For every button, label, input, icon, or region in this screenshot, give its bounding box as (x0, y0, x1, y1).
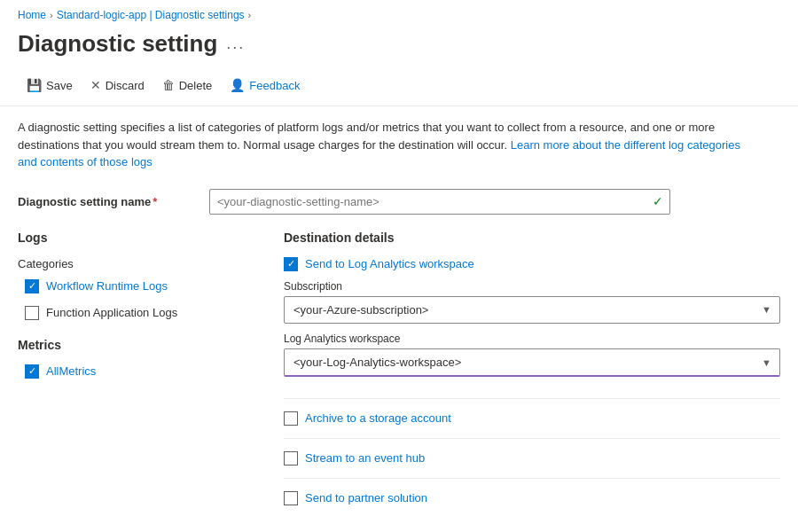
breadcrumb-sep-1: › (50, 10, 53, 20)
allmetrics-row[interactable]: AllMetrics (25, 364, 248, 379)
event-hub-check-row[interactable]: Stream to an event hub (284, 451, 780, 466)
feedback-button[interactable]: 👤 Feedback (221, 74, 309, 97)
storage-label: Archive to a storage account (305, 411, 451, 425)
description: A diagnostic setting specifies a list of… (0, 106, 763, 180)
workflow-logs-checkbox[interactable] (25, 279, 39, 293)
feedback-label: Feedback (249, 79, 300, 92)
log-analytics-workspace-select[interactable]: <your-Log-Analytics-workspace> (284, 348, 780, 377)
logs-section-title: Logs (18, 231, 248, 245)
diag-name-row: Diagnostic setting name* ✓ (18, 189, 780, 215)
required-marker: * (153, 195, 157, 208)
metrics-section-title: Metrics (18, 338, 248, 352)
event-hub-label: Stream to an event hub (305, 451, 425, 465)
function-logs-label: Function Application Logs (46, 306, 177, 319)
event-hub-checkbox[interactable] (284, 451, 298, 466)
main-columns: Logs Categories Workflow Runtime Logs Fu… (0, 231, 798, 530)
input-valid-icon: ✓ (653, 194, 663, 208)
log-analytics-check-row[interactable]: Send to Log Analytics workspace (284, 257, 780, 271)
log-analytics-workspace-wrapper: Log Analytics workspace <your-Log-Analyt… (284, 332, 780, 377)
toolbar: 💾 Save ✕ Discard 🗑 Delete 👤 Feedback (0, 68, 798, 106)
discard-label: Discard (106, 79, 145, 92)
workflow-logs-row[interactable]: Workflow Runtime Logs (25, 279, 248, 293)
page-title-ellipsis[interactable]: ... (226, 35, 245, 53)
breadcrumb-home[interactable]: Home (18, 9, 46, 21)
categories-label: Categories (18, 257, 248, 270)
event-hub-block: Stream to an event hub (284, 451, 780, 479)
function-logs-row[interactable]: Function Application Logs (25, 306, 248, 320)
form-area: Diagnostic setting name* ✓ (0, 180, 798, 215)
discard-button[interactable]: ✕ Discard (82, 74, 153, 97)
log-analytics-block: Send to Log Analytics workspace Subscrip… (284, 257, 780, 399)
workflow-logs-label: Workflow Runtime Logs (46, 279, 168, 293)
page-title: Diagnostic setting (18, 30, 217, 58)
log-workspace-select-wrapper: <your-Log-Analytics-workspace> ▼ (284, 348, 780, 377)
delete-button[interactable]: 🗑 Delete (153, 74, 222, 97)
log-analytics-checkbox[interactable] (284, 257, 298, 271)
log-analytics-workspace-label: Log Analytics workspace (284, 332, 780, 345)
storage-block: Archive to a storage account (284, 411, 780, 439)
discard-icon: ✕ (90, 78, 101, 92)
save-icon: 💾 (27, 78, 42, 92)
partner-checkbox[interactable] (284, 491, 298, 505)
subscription-select-wrapper: <your-Azure-subscription> ▼ (284, 296, 780, 324)
subscription-label: Subscription (284, 280, 780, 293)
function-logs-checkbox[interactable] (25, 306, 39, 320)
subscription-wrapper: Subscription <your-Azure-subscription> ▼ (284, 280, 780, 324)
diag-name-input-wrapper: ✓ (209, 189, 670, 215)
feedback-icon: 👤 (230, 78, 245, 92)
breadcrumb-sep-2: › (248, 10, 252, 20)
left-column: Logs Categories Workflow Runtime Logs Fu… (18, 231, 248, 530)
save-label: Save (46, 79, 73, 92)
dest-section-title: Destination details (284, 231, 780, 245)
save-button[interactable]: 💾 Save (18, 74, 82, 97)
breadcrumb-app[interactable]: Standard-logic-app | Diagnostic settings (57, 9, 245, 21)
page-title-area: Diagnostic setting ... (0, 27, 798, 68)
subscription-select[interactable]: <your-Azure-subscription> (284, 296, 780, 324)
storage-check-row[interactable]: Archive to a storage account (284, 411, 780, 426)
partner-label: Send to partner solution (305, 491, 427, 505)
metrics-section: Metrics AllMetrics (18, 338, 248, 379)
diag-name-input[interactable] (209, 189, 670, 215)
partner-block: Send to partner solution (284, 491, 780, 518)
allmetrics-checkbox[interactable] (25, 364, 39, 379)
allmetrics-label: AllMetrics (46, 364, 96, 378)
diag-name-label: Diagnostic setting name* (18, 195, 195, 208)
log-analytics-label: Send to Log Analytics workspace (305, 257, 474, 270)
delete-icon: 🗑 (162, 78, 175, 92)
storage-checkbox[interactable] (284, 411, 298, 426)
right-column: Destination details Send to Log Analytic… (284, 231, 780, 530)
delete-label: Delete (179, 79, 213, 92)
partner-check-row[interactable]: Send to partner solution (284, 491, 780, 505)
breadcrumb: Home › Standard-logic-app | Diagnostic s… (0, 0, 798, 27)
